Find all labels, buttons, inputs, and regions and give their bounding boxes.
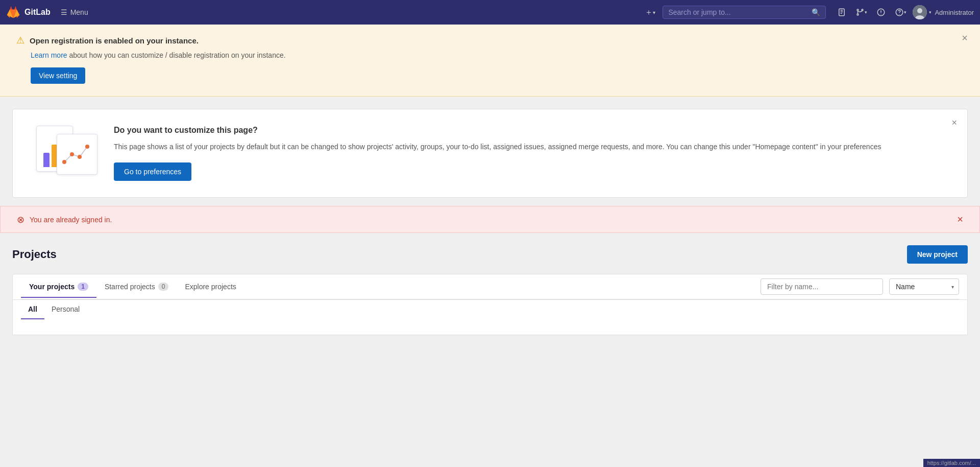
customize-card-close-button[interactable]: × xyxy=(951,118,957,128)
chevron-user-icon: ▾ xyxy=(929,10,932,15)
registration-alert-banner: ⚠ Open registration is enabled on your i… xyxy=(0,25,980,97)
user-name-label: Administrator xyxy=(935,9,974,16)
chevron-help-icon: ▾ xyxy=(904,10,906,15)
projects-tabs: Your projects 1 Starred projects 0 Explo… xyxy=(21,274,959,299)
signed-in-alert: ⊗ You are already signed in. × xyxy=(0,206,980,233)
svg-point-1 xyxy=(857,9,859,11)
clipboard-icon xyxy=(837,8,846,17)
merge-icon xyxy=(855,8,865,17)
signed-in-alert-close-button[interactable]: × xyxy=(957,214,963,225)
svg-point-10 xyxy=(70,152,74,156)
customize-card-content: Do you want to customize this page? This… xyxy=(114,126,949,181)
user-avatar-button[interactable]: ▾ xyxy=(913,5,932,19)
svg-point-9 xyxy=(62,160,66,164)
filter-by-name-input[interactable] xyxy=(761,278,883,295)
alert-banner-close-button[interactable]: × xyxy=(962,33,968,43)
svg-point-11 xyxy=(78,155,82,159)
customize-illustration xyxy=(31,126,97,177)
signed-in-alert-content: ⊗ You are already signed in. xyxy=(17,214,112,225)
svg-point-12 xyxy=(85,145,89,149)
dot-chart-illustration xyxy=(57,134,97,175)
sort-select[interactable]: Name Last created Oldest created Last up… xyxy=(889,278,959,295)
projects-header: Projects New project xyxy=(12,245,968,264)
menu-button[interactable]: ☰ Menu xyxy=(57,6,92,18)
customize-card-description: This page shows a list of your projects … xyxy=(114,141,949,152)
chevron-small-icon: ▾ xyxy=(865,10,867,15)
projects-section: Projects New project Your projects 1 Sta… xyxy=(0,233,980,335)
sub-tab-all[interactable]: All xyxy=(21,300,44,319)
learn-more-link[interactable]: Learn more xyxy=(31,51,67,59)
new-project-button[interactable]: New project xyxy=(907,245,968,264)
sub-tab-all-label: All xyxy=(28,305,37,313)
tab-your-projects-label: Your projects xyxy=(29,283,75,291)
tab-your-projects[interactable]: Your projects 1 xyxy=(21,276,96,298)
customize-card-title: Do you want to customize this page? xyxy=(114,126,949,135)
sub-tab-personal-label: Personal xyxy=(52,305,80,313)
hamburger-icon: ☰ xyxy=(61,8,67,16)
sub-tabs-container: All Personal xyxy=(12,300,968,319)
error-circle-icon: ⊗ xyxy=(17,214,24,225)
help-icon xyxy=(895,8,904,17)
projects-tabs-container: Your projects 1 Starred projects 0 Explo… xyxy=(12,274,968,300)
svg-point-2 xyxy=(857,14,859,15)
alert-banner-title: Open registration is enabled on your ins… xyxy=(30,36,199,45)
issues-icon xyxy=(876,8,886,17)
plus-icon: ＋ xyxy=(645,7,653,18)
projects-title: Projects xyxy=(12,248,57,261)
customize-page-card: Do you want to customize this page? This… xyxy=(12,109,968,198)
tab-your-projects-badge: 1 xyxy=(78,283,88,291)
merge-requests-button[interactable]: ▾ xyxy=(852,6,870,19)
tabs-right-controls: Name Last created Oldest created Last up… xyxy=(761,274,959,299)
view-setting-button[interactable]: View setting xyxy=(31,67,85,84)
tab-starred-projects[interactable]: Starred projects 0 xyxy=(96,276,177,298)
chevron-down-icon: ▾ xyxy=(653,10,655,15)
sub-tabs: All Personal xyxy=(21,300,959,319)
search-container[interactable]: 🔍 xyxy=(663,6,826,19)
gitlab-fox-icon xyxy=(6,5,20,19)
sort-dropdown-wrap[interactable]: Name Last created Oldest created Last up… xyxy=(889,278,959,295)
logo-text: GitLab xyxy=(24,8,51,17)
new-resource-button[interactable]: ＋ ▾ xyxy=(642,5,658,20)
warning-icon: ⚠ xyxy=(16,35,24,46)
projects-list-area xyxy=(12,319,968,335)
gitlab-logo[interactable]: GitLab xyxy=(6,5,51,19)
alert-banner-desc: Learn more about how you can customize /… xyxy=(31,51,964,59)
signed-in-text: You are already signed in. xyxy=(30,216,112,224)
avatar xyxy=(913,5,927,19)
issues-button[interactable] xyxy=(873,6,889,19)
go-to-preferences-button[interactable]: Go to preferences xyxy=(114,162,191,181)
avatar-image xyxy=(913,5,927,19)
help-button[interactable]: ▾ xyxy=(892,6,910,19)
nav-right-icons: ▾ ▾ ▾ Administrator xyxy=(834,5,974,19)
sub-tab-personal[interactable]: Personal xyxy=(44,300,87,319)
tab-explore-projects-label: Explore projects xyxy=(185,283,236,291)
search-input[interactable] xyxy=(668,8,807,16)
svg-point-7 xyxy=(917,8,922,13)
tab-starred-projects-label: Starred projects xyxy=(105,283,155,291)
search-icon: 🔍 xyxy=(812,8,820,16)
navbar: GitLab ☰ Menu ＋ ▾ 🔍 ▾ ▾ xyxy=(0,0,980,25)
todo-icon-button[interactable] xyxy=(834,6,849,19)
tab-starred-projects-badge: 0 xyxy=(158,283,169,291)
tab-explore-projects[interactable]: Explore projects xyxy=(177,276,244,298)
